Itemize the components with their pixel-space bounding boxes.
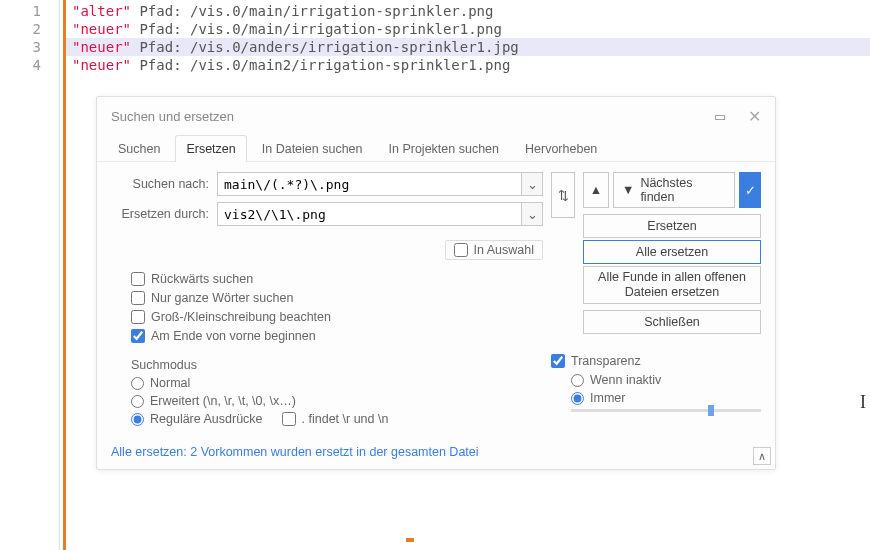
code-line[interactable]: "neuer" Pfad: /vis.0/main2/irrigation-sp… [66,56,870,74]
code-line[interactable]: "neuer" Pfad: /vis.0/anders/irrigation-s… [66,38,870,56]
replace-dropdown-icon[interactable]: ⌄ [521,202,543,226]
next-match-button[interactable]: ▼Nächstes finden [613,172,735,208]
trans-inactive-radio[interactable] [571,374,584,387]
in-selection-label: In Auswahl [474,243,534,257]
search-replace-dialog: Suchen und ersetzen ▭ ✕ SuchenErsetzenIn… [96,96,776,470]
mode-extended-radio[interactable] [131,395,144,408]
searchmode-title: Suchmodus [131,358,543,372]
search-input[interactable] [217,172,521,196]
transparency-checkbox[interactable] [551,354,565,368]
text-cursor-icon: I [860,392,866,413]
swap-button[interactable]: ⇅ [551,172,575,218]
close-button[interactable]: Schließen [583,310,761,334]
search-label: Suchen nach: [111,177,209,191]
tab-in-projekten-suchen[interactable]: In Projekten suchen [378,135,511,162]
replace-all-files-button[interactable]: Alle Funde in allen offenen Dateien erse… [583,266,761,304]
status-message: Alle ersetzen: 2 Vorkommen wurden ersetz… [97,436,775,469]
line-gutter: 1234 [0,0,60,550]
mode-normal-radio[interactable] [131,377,144,390]
tab-suchen[interactable]: Suchen [107,135,171,162]
bottom-marker [406,538,414,542]
code-line[interactable]: "neuer" Pfad: /vis.0/main/irrigation-spr… [66,20,870,38]
dock-icon[interactable]: ▭ [710,109,730,124]
tab-hervorheben[interactable]: Hervorheben [514,135,608,162]
wholewords-checkbox[interactable] [131,291,145,305]
search-dropdown-icon[interactable]: ⌄ [521,172,543,196]
transparency-slider[interactable] [571,409,761,412]
dialog-title: Suchen und ersetzen [111,109,710,124]
replace-all-button[interactable]: Alle ersetzen [583,240,761,264]
dot-newline-checkbox[interactable] [282,412,296,426]
casesens-checkbox[interactable] [131,310,145,324]
replace-button[interactable]: Ersetzen [583,214,761,238]
mode-regex-radio[interactable] [131,413,144,426]
close-icon[interactable]: ✕ [748,107,761,126]
replace-label: Ersetzen durch: [111,207,209,221]
highlight-toggle[interactable]: ✓ [739,172,761,208]
wrap-checkbox[interactable] [131,329,145,343]
trans-always-radio[interactable] [571,392,584,405]
replace-input[interactable] [217,202,521,226]
code-line[interactable]: "alter" Pfad: /vis.0/main/irrigation-spr… [66,2,870,20]
tab-bar: SuchenErsetzenIn Dateien suchenIn Projek… [97,134,775,162]
backwards-checkbox[interactable] [131,272,145,286]
in-selection-checkbox[interactable] [454,243,468,257]
tab-in-dateien-suchen[interactable]: In Dateien suchen [251,135,374,162]
tab-ersetzen[interactable]: Ersetzen [175,135,246,162]
collapse-icon[interactable]: ∧ [753,447,771,465]
prev-match-button[interactable]: ▲ [583,172,609,208]
